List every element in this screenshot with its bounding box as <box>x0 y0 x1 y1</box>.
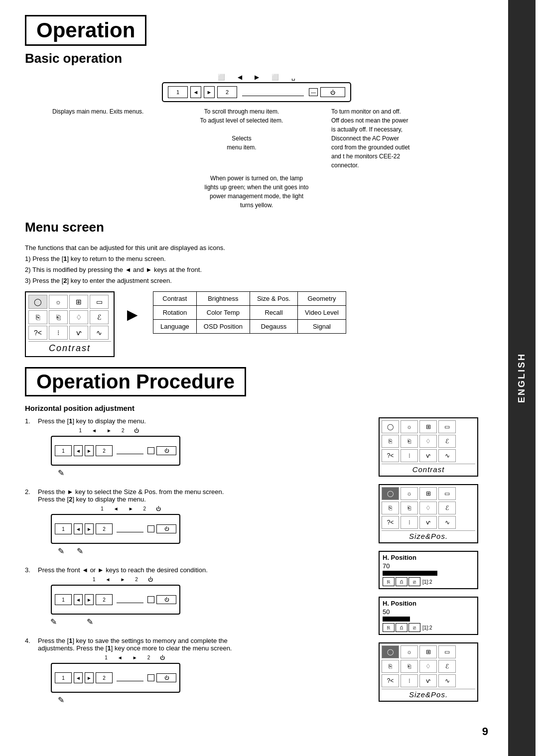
menu-info-line4: 3) Press the [2] key to enter the adjust… <box>25 275 488 286</box>
hpos-value-1: 70 <box>383 562 474 570</box>
proc-layout: 1. Press the [1] key to display the menu… <box>25 417 488 715</box>
hpos2-ctrl-2: ⎙ <box>396 623 407 632</box>
step-3-num: 3. <box>25 566 34 574</box>
s4-btn-power: ⏻ <box>156 673 176 682</box>
ctrl-btn-2: 2 <box>217 86 237 98</box>
s1-icon1: 1 <box>79 428 82 433</box>
s3c-icon2: ☼ <box>401 645 418 658</box>
step-3-content: Press the front ◄ or ► keys to reach the… <box>38 566 208 630</box>
hpos-title-1: H. Position <box>383 554 474 561</box>
side-label-contrast: Contrast <box>382 464 475 474</box>
icon-grid-label: Contrast <box>28 341 111 354</box>
side-row-1: ◯ ☼ ⊞ ▭ <box>382 420 475 433</box>
hpos-box-1: H. Position 70 ⎘ ⎙ ⎚ [1]:2 <box>379 551 478 589</box>
hpos-ctrl-2: ⎙ <box>396 577 407 586</box>
table-cell-contrast: Contrast <box>153 292 197 306</box>
icon-row-3: ?< ⁝ ⱱ ∿ <box>28 326 111 340</box>
icon-cell-wave: ∿ <box>90 326 109 340</box>
side2-row-1: ◯ ☼ ⊞ ▭ <box>382 487 475 500</box>
annotation-right-text: To turn monitor on and off. Off does not… <box>331 107 461 170</box>
s3c-icon4: ▭ <box>438 645 456 658</box>
s2-icon3: ► <box>129 506 134 511</box>
s2c-icon4: ▭ <box>438 487 456 500</box>
s4-btn1: 1 <box>55 672 72 683</box>
side2-row-3: ?< ⁝ ⱱ ∿ <box>382 516 475 529</box>
sc-icon12: ∿ <box>438 449 456 462</box>
s4-btn-left: ◄ <box>74 672 83 683</box>
s3c-icon7: ♢ <box>419 660 437 673</box>
s4-btn-right: ► <box>85 672 94 683</box>
s3c-icon1: ◯ <box>382 645 399 658</box>
step-4-controller: 1 ◄ ► 2 ⏻ <box>51 663 180 693</box>
side-row-2: ⎘ ⎗ ♢ ℰ <box>382 435 475 448</box>
s2-btn-dash <box>147 525 154 532</box>
ctrl-btn-right: ► <box>204 86 215 98</box>
sc-icon10: ⁝ <box>401 449 418 462</box>
icon-cell-rect: ▭ <box>90 295 109 309</box>
step-2: 2. Press the ► key to select the Size & … <box>25 488 364 559</box>
step-4-content: Press the [1] key to save the settings t… <box>38 637 232 708</box>
sc-icon8: ℰ <box>438 435 456 448</box>
step-4: 4. Press the [1] key to save the setting… <box>25 637 364 708</box>
icon-grid-box: ◯ ☼ ⊞ ▭ ⎘ ⎗ ♢ ℰ ?< ⁝ <box>25 291 115 357</box>
s1-icon4: 2 <box>122 428 125 433</box>
arrow-icon: ▶ <box>127 306 138 323</box>
step-1-ctrl-wrap: 1 ◄ ► 2 ⏻ 1 ◄ ► 2 <box>38 428 180 478</box>
s2c-icon11: ⱱ <box>419 516 437 529</box>
step-2-text: Press the ► key to select the Size & Pos… <box>38 488 224 496</box>
s3-icon3: ► <box>120 577 125 582</box>
table-cell-colortemp: Color Temp <box>196 306 250 320</box>
s2c-icon3: ⊞ <box>419 487 437 500</box>
side3-row-1: ◯ ☼ ⊞ ▭ <box>382 645 475 658</box>
annotation-right: To turn monitor on and off. Off does not… <box>331 107 461 170</box>
hpos-bar-1 <box>383 571 437 576</box>
s2c-icon8: ℰ <box>438 502 456 514</box>
s2c-icon7: ♢ <box>419 502 437 514</box>
step-4-ctrl-icons: 1 ◄ ► 2 ⏻ <box>38 655 232 660</box>
s2-icon2: ◄ <box>114 506 119 511</box>
s2c-icon12: ∿ <box>438 516 456 529</box>
s3c-icon9: ?< <box>382 674 399 687</box>
s1-icon5: ⏻ <box>134 428 139 433</box>
s3-btn2: 2 <box>96 594 113 605</box>
icon-cell-circle: ◯ <box>28 295 47 309</box>
sc-icon7: ♢ <box>419 435 437 448</box>
s3c-icon8: ℰ <box>438 660 456 673</box>
sc-icon6: ⎗ <box>401 435 418 448</box>
s4-icon1: 1 <box>105 655 108 660</box>
icon-cell-hd: ℰ <box>90 310 109 324</box>
icon-label-right: ▶ <box>255 74 259 81</box>
sc-icon1: ◯ <box>382 420 399 433</box>
side2-row-2: ⎘ ⎗ ♢ ℰ <box>382 502 475 514</box>
menu-screen-section: Menu screen The functions that can be ad… <box>25 220 488 357</box>
s2-btn-right: ► <box>85 523 94 534</box>
table-row-1: Contrast Brightness Size & Pos. Geometry <box>153 292 346 306</box>
s2-icon5: ⏻ <box>156 506 161 511</box>
s1-btn1: 1 <box>55 445 72 456</box>
annotation-center-text: To scroll through menu item. To adjust l… <box>152 107 331 152</box>
ctrl-btn-dash: — <box>309 88 318 96</box>
icon-cell-pi: ⱱ <box>69 326 88 340</box>
table-cell-geometry: Geometry <box>298 292 346 306</box>
ann-off-text: Off does not mean the power <box>331 116 461 125</box>
s4-icon5: ⏻ <box>160 655 165 660</box>
s2-hand1: ✎ <box>58 546 64 556</box>
s1-btn-right: ► <box>85 445 94 456</box>
table-cell-signal: Signal <box>298 320 346 334</box>
step-1-num: 1. <box>25 417 34 425</box>
icon-label-power: ␣ <box>291 74 295 81</box>
hpos2-ctrl-label: [1]:2 <box>422 625 432 630</box>
ann-connector-text: connector. <box>331 161 461 170</box>
s2c-icon2: ☼ <box>401 487 418 500</box>
power-note-line3: power management mode, the light <box>25 192 488 201</box>
s3-btn-power: ⏻ <box>156 595 176 604</box>
side-grid-contrast: ◯ ☼ ⊞ ▭ ⎘ ⎗ ♢ ℰ ?< ⁝ ⱱ ∿ <box>379 417 478 477</box>
step-2-num: 2. <box>25 488 34 496</box>
s2c-icon10: ⁝ <box>401 516 418 529</box>
hpos-ctrl-3: ⎚ <box>408 577 420 586</box>
s1-btn-left: ◄ <box>74 445 83 456</box>
ann-adjust-text: To adjust level of selected item. <box>152 116 331 125</box>
step-4-ctrl-wrap: 1 ◄ ► 2 ⏻ 1 ◄ ► 2 <box>38 655 232 705</box>
ann-and-text: and t he monitors CEE-22 <box>331 152 461 161</box>
s4-icon3: ► <box>133 655 137 660</box>
